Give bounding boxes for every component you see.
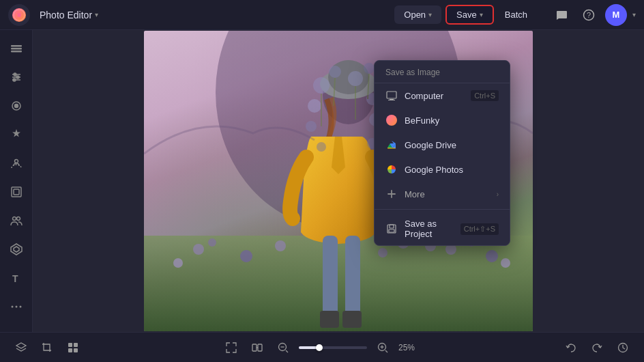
sidebar-item-effects[interactable] [3, 122, 29, 148]
svg-point-19 [16, 217, 20, 221]
batch-label: Batch [505, 10, 527, 20]
batch-button[interactable]: Batch [498, 5, 534, 24]
dropdown-item-gphotos[interactable]: Google Photos [375, 157, 510, 182]
save-project-icon [385, 223, 398, 235]
svg-rect-5 [11, 48, 22, 50]
topbar-right: ? M ▾ [551, 4, 636, 26]
svg-point-18 [12, 217, 16, 221]
svg-point-28 [208, 238, 216, 247]
avatar-chevron-icon: ▾ [632, 11, 636, 18]
bottom-left-tools [11, 337, 83, 358]
computer-shortcut: Ctrl+S [471, 90, 499, 101]
svg-rect-61 [387, 92, 396, 98]
svg-point-53 [306, 121, 317, 132]
help-icon-button[interactable]: ? [578, 4, 600, 26]
svg-point-10 [16, 76, 19, 79]
svg-point-55 [317, 142, 326, 152]
sidebar-item-preview[interactable] [3, 93, 29, 119]
svg-point-12 [13, 79, 16, 81]
svg-point-51 [308, 99, 321, 113]
svg-point-34 [486, 250, 498, 262]
logo-icon [12, 8, 26, 22]
svg-line-86 [286, 350, 288, 352]
zoom-slider-thumb [316, 344, 323, 351]
svg-point-29 [240, 250, 252, 262]
svg-rect-46 [342, 311, 362, 328]
grid-view-icon[interactable] [63, 337, 83, 358]
zoom-out-button[interactable] [273, 337, 293, 358]
dropdown-item-save-project[interactable]: Save as Project Ctrl+⇧+S [375, 212, 510, 245]
svg-point-27 [193, 244, 204, 255]
svg-point-48 [329, 66, 341, 78]
monitor-icon [385, 89, 398, 102]
undo-button[interactable] [561, 337, 581, 358]
app-title-button[interactable]: Photo Editor ▾ [35, 7, 102, 23]
sidebar-item-graphics[interactable] [3, 236, 29, 262]
zoom-percent-label: 25% [398, 343, 423, 352]
zoom-slider[interactable] [299, 346, 367, 349]
svg-rect-81 [252, 344, 257, 351]
svg-point-14 [14, 105, 18, 108]
open-label: Open [404, 10, 426, 20]
sidebar-item-text[interactable]: T [3, 265, 29, 291]
svg-marker-69 [392, 141, 396, 143]
chevron-down-icon: ▾ [95, 11, 98, 18]
svg-marker-21 [14, 247, 19, 252]
fit-screen-icon[interactable] [221, 337, 241, 358]
canvas-area: Save as Image Computer Ctrl+S [33, 30, 644, 332]
svg-rect-77 [68, 343, 72, 347]
svg-point-35 [501, 258, 510, 268]
save-button[interactable]: Save ▾ [445, 5, 494, 25]
svg-rect-43 [323, 236, 338, 318]
save-project-shortcut: Ctrl+⇧+S [460, 223, 499, 235]
svg-point-15 [14, 160, 18, 163]
open-chevron-icon: ▾ [428, 11, 432, 18]
svg-text:?: ? [587, 11, 591, 19]
sidebar-item-layers[interactable] [3, 36, 29, 61]
svg-marker-76 [16, 343, 26, 348]
svg-text:T: T [12, 273, 18, 284]
actual-size-icon[interactable] [247, 337, 267, 358]
logo-button[interactable] [8, 4, 30, 26]
dropdown-item-befunky[interactable]: BeFunky [375, 108, 510, 133]
sidebar-item-artsy[interactable] [3, 150, 29, 176]
sidebar-item-misc[interactable] [3, 294, 29, 320]
dropdown-item-computer[interactable]: Computer Ctrl+S [375, 83, 510, 108]
main-area: T [0, 30, 644, 332]
save-chevron-icon: ▾ [480, 11, 483, 18]
crop-icon[interactable] [37, 337, 57, 358]
svg-rect-45 [320, 311, 339, 328]
redo-button[interactable] [587, 337, 607, 358]
bottom-center-tools: 25% [221, 337, 423, 358]
chat-icon-button[interactable] [551, 4, 572, 26]
svg-rect-80 [74, 348, 78, 352]
gdrive-icon [385, 139, 398, 151]
bottom-toolbar: 25% [0, 332, 644, 362]
befunky-icon [385, 114, 398, 126]
history-button[interactable] [613, 337, 633, 358]
save-label: Save [456, 10, 477, 20]
dropdown-item-gdrive[interactable]: Google Drive [375, 133, 510, 157]
svg-rect-75 [389, 229, 394, 232]
svg-point-31 [275, 240, 286, 251]
sidebar-item-adjustments[interactable] [3, 64, 29, 90]
svg-rect-78 [74, 343, 78, 347]
svg-rect-17 [14, 189, 19, 195]
gphotos-icon [385, 163, 398, 176]
avatar-button[interactable]: M [605, 4, 627, 26]
layers-bottom-icon[interactable] [11, 337, 31, 358]
sidebar-item-people[interactable] [3, 208, 29, 234]
svg-point-25 [19, 306, 21, 308]
svg-point-37 [378, 248, 387, 257]
dropdown-header-label: Save as Image [385, 68, 440, 77]
befunky-label: BeFunky [405, 115, 499, 126]
svg-rect-44 [345, 236, 360, 318]
sidebar-item-frames[interactable] [3, 179, 29, 205]
zoom-in-button[interactable] [372, 337, 393, 358]
dropdown-header: Save as Image [375, 61, 510, 83]
svg-rect-82 [258, 344, 262, 351]
svg-rect-4 [11, 45, 22, 47]
dropdown-item-more[interactable]: More › [375, 182, 510, 206]
open-button[interactable]: Open ▾ [394, 5, 441, 24]
svg-marker-20 [11, 244, 22, 255]
